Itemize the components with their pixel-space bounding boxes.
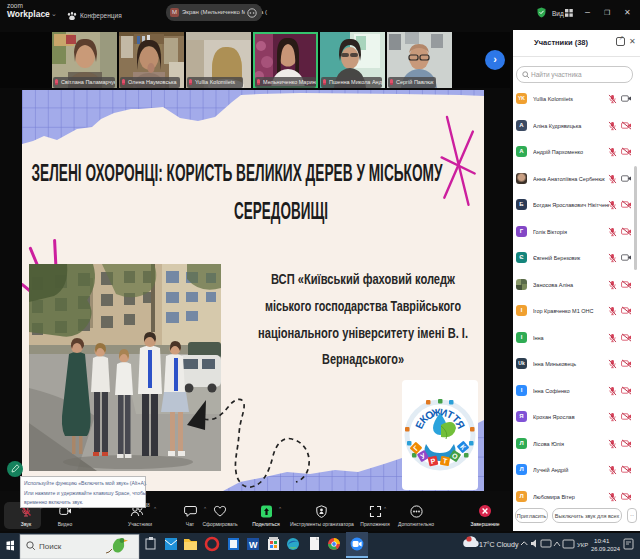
- svg-text:УКР: УКР: [577, 542, 588, 548]
- svg-text:W: W: [249, 540, 258, 550]
- svg-text:міського господарства Таврійсь: міського господарства Таврійського: [265, 298, 461, 314]
- svg-text:ЗЕЛЕНІ ОХОРОНЦІ: КОРИСТЬ ВЕЛИК: ЗЕЛЕНІ ОХОРОНЦІ: КОРИСТЬ ВЕЛИКИХ ДЕРЕВ У…: [32, 160, 443, 186]
- svg-text:26.09.2024: 26.09.2024: [591, 546, 621, 552]
- svg-text:Поиск: Поиск: [39, 542, 62, 551]
- svg-text:Вернадського»: Вернадського»: [322, 351, 404, 367]
- svg-text:17°C Cloudy: 17°C Cloudy: [479, 541, 519, 549]
- svg-text:СЕРЕДОВИЩІ: СЕРЕДОВИЩІ: [234, 198, 328, 224]
- svg-text:10:41: 10:41: [594, 537, 610, 544]
- svg-text:національного університету іме: національного університету імені В. І.: [258, 325, 468, 341]
- svg-text:ВСП «Київський фаховий коледж: ВСП «Київський фаховий коледж: [271, 271, 456, 287]
